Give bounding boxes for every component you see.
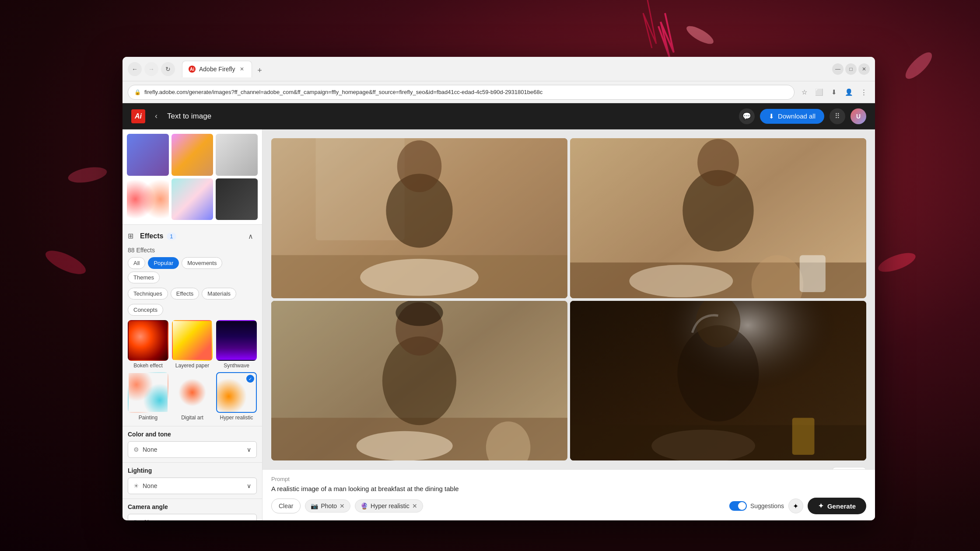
color-tone-icon: ⚙ <box>133 446 139 453</box>
download-icon[interactable]: ⬇ <box>828 86 840 98</box>
prompt-text[interactable]: A realistic image of a man looking at br… <box>271 485 866 492</box>
effect-bokeh-thumb <box>128 320 168 361</box>
effect-digital[interactable]: Digital art <box>172 372 213 421</box>
maximize-button[interactable]: □ <box>845 63 857 75</box>
forward-button[interactable]: → <box>144 62 158 76</box>
color-tone-value: None <box>143 446 157 453</box>
effect-painting[interactable]: Painting <box>128 372 168 421</box>
photo-tag-label: Photo <box>321 502 337 509</box>
hyperrealistic-tag[interactable]: 🔮 Hyper realistic ✕ <box>355 499 423 513</box>
apps-icon-button[interactable]: ⠿ <box>830 108 845 124</box>
center-content: ⊞ ▭ Prompt A realistic image of a man lo… <box>262 129 875 520</box>
download-icon: ⬇ <box>769 112 774 120</box>
svg-point-26 <box>357 431 453 460</box>
close-button[interactable]: ✕ <box>858 63 870 75</box>
breadcrumb-back[interactable]: ‹ <box>152 109 160 123</box>
filter-tabs: All Popular Movements Themes <box>128 257 257 283</box>
effects-header: ⊞ Effects 1 ∧ <box>128 230 257 242</box>
filter-tab-popular[interactable]: Popular <box>148 257 179 269</box>
thumbnails-area <box>122 129 262 225</box>
filter-tab-themes[interactable]: Themes <box>128 272 160 283</box>
back-button[interactable]: ← <box>128 62 142 76</box>
generate-button[interactable]: ✦ Generate <box>808 498 866 514</box>
lighting-dropdown[interactable]: ☀ None ∨ <box>128 478 257 494</box>
thumbnail-4[interactable] <box>127 178 169 220</box>
camera-icon: 📷 <box>133 519 141 520</box>
chat-icon-button[interactable]: 💬 <box>739 108 755 124</box>
effect-hyperreal-thumb: ✓ <box>216 372 257 413</box>
svg-point-12 <box>360 259 479 296</box>
color-tone-dropdown[interactable]: ⚙ None ∨ <box>128 441 257 458</box>
generated-image-2[interactable] <box>570 138 866 298</box>
browser-window: ← → ↻ Ai Adobe Firefly ✕ + ― □ ✕ 🔒 firef… <box>122 57 875 520</box>
generated-image-4[interactable] <box>570 301 866 461</box>
filter-tabs-row3: Concepts <box>128 304 257 316</box>
magic-wand-icon: ✦ <box>793 502 798 510</box>
clear-button[interactable]: Clear <box>271 499 301 513</box>
thumbnail-1[interactable] <box>127 134 169 176</box>
new-tab-button[interactable]: + <box>253 64 266 77</box>
hyperrealistic-tag-label: Hyper realistic <box>371 502 410 509</box>
address-bar-icons: ☆ ⬜ ⬇ 👤 ⋮ <box>798 86 870 98</box>
hyperrealistic-tag-icon: 🔮 <box>360 502 368 509</box>
menu-icon[interactable]: ⋮ <box>858 86 870 98</box>
address-bar[interactable]: 🔒 firefly.adobe.com/generate/images?ff_c… <box>128 85 794 100</box>
download-all-button[interactable]: ⬇ Download all <box>760 109 824 124</box>
toggle-knob <box>738 502 746 510</box>
user-avatar[interactable]: U <box>850 108 866 124</box>
url-text: firefly.adobe.com/generate/images?ff_cha… <box>144 89 788 95</box>
filter-tab-movements[interactable]: Movements <box>182 257 222 269</box>
tab-close-button[interactable]: ✕ <box>238 66 245 73</box>
hyperrealistic-tag-remove[interactable]: ✕ <box>412 502 417 509</box>
active-tab[interactable]: Ai Adobe Firefly ✕ <box>182 61 252 77</box>
lighting-section: Lighting ☀ None ∨ <box>122 462 262 499</box>
tab-title: Adobe Firefly <box>199 66 235 73</box>
apps-grid-icon: ⠿ <box>835 112 840 120</box>
effect-hyperreal[interactable]: ✓ Hyper realistic <box>216 372 257 421</box>
title-bar: ← → ↻ Ai Adobe Firefly ✕ + ― □ ✕ <box>122 57 875 81</box>
prompt-area: Prompt A realistic image of a man lookin… <box>262 469 875 520</box>
effects-collapse-button[interactable]: ∧ <box>245 230 257 242</box>
photo-tag[interactable]: 📷 Photo ✕ <box>305 499 350 513</box>
suggestions-switch[interactable] <box>729 501 747 511</box>
extension-icon[interactable]: ⬜ <box>813 86 825 98</box>
tab-bar: Ai Adobe Firefly ✕ + <box>182 61 266 77</box>
filter-tab-materials[interactable]: Materials <box>202 288 236 300</box>
effect-layered[interactable]: Layered paper <box>172 320 213 369</box>
magic-wand-button[interactable]: ✦ <box>788 499 803 513</box>
filter-tab-techniques[interactable]: Techniques <box>128 288 168 300</box>
camera-angle-chevron: ∨ <box>247 519 251 520</box>
tab-favicon: Ai <box>189 66 196 73</box>
effect-synthwave[interactable]: Synthwave <box>216 320 257 369</box>
effect-bokeh-label: Bokeh effect <box>133 363 163 369</box>
thumbnail-2[interactable] <box>172 134 214 176</box>
generated-image-3[interactable] <box>271 301 567 461</box>
generate-label: Generate <box>827 502 856 510</box>
effects-grid: Bokeh effect Layered paper Synthwave <box>128 320 257 421</box>
thumbnail-3[interactable] <box>216 134 258 176</box>
effect-synthwave-thumb <box>216 320 257 361</box>
filter-tab-effects[interactable]: Effects <box>171 288 200 300</box>
chevron-up-icon: ∧ <box>248 232 253 241</box>
filter-tab-all[interactable]: All <box>128 257 145 269</box>
effect-bokeh[interactable]: Bokeh effect <box>128 320 168 369</box>
thumbnail-5[interactable] <box>172 178 214 220</box>
effect-layered-thumb <box>172 320 213 361</box>
lighting-label: Lighting <box>128 467 257 474</box>
camera-angle-dropdown[interactable]: 📷 None ∨ <box>128 514 257 520</box>
profile-icon[interactable]: 👤 <box>843 86 855 98</box>
photo-tag-remove[interactable]: ✕ <box>340 502 345 509</box>
thumbnail-6[interactable] <box>216 178 258 220</box>
lighting-value: None <box>143 482 157 489</box>
filter-tab-concepts[interactable]: Concepts <box>128 304 163 316</box>
effect-hyperreal-label: Hyper realistic <box>220 415 253 421</box>
svg-rect-35 <box>792 418 815 455</box>
minimize-button[interactable]: ― <box>832 63 844 75</box>
camera-angle-value: None <box>144 519 159 520</box>
app-topbar: Ai ‹ Text to image 💬 ⬇ Download all ⠿ U <box>122 103 875 129</box>
effect-digital-label: Digital art <box>181 415 203 421</box>
photo-tag-icon: 📷 <box>311 502 318 509</box>
bookmark-icon[interactable]: ☆ <box>798 86 810 98</box>
generated-image-1[interactable] <box>271 138 567 298</box>
refresh-button[interactable]: ↻ <box>161 62 175 76</box>
